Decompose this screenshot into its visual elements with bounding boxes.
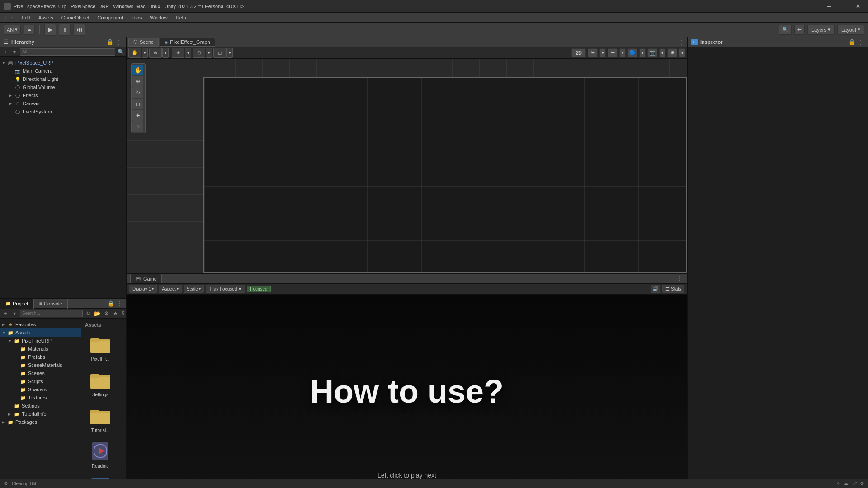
tree-item-eventsystem[interactable]: ◯ EventSystem bbox=[0, 108, 126, 116]
stats-button[interactable]: ☰ Stats bbox=[662, 285, 684, 293]
menu-item-jobs[interactable]: Jobs bbox=[127, 14, 145, 21]
close-button[interactable]: ✕ bbox=[852, 2, 864, 11]
tool-lighting[interactable]: ☀ bbox=[588, 48, 598, 57]
tree-item-canvas[interactable]: ▶ ◻ Canvas bbox=[0, 99, 126, 108]
hierarchy-lock-icon[interactable]: 🔒 bbox=[106, 38, 113, 46]
tool-dropdown-1[interactable]: ▾ bbox=[142, 48, 148, 58]
menu-item-gameobject[interactable]: GameObject bbox=[58, 14, 93, 21]
tool-snap[interactable]: ⊡ bbox=[193, 48, 205, 58]
tree-item-scripts[interactable]: 📁 Scripts bbox=[0, 377, 81, 385]
aspect-dropdown[interactable]: Aspect ▾ bbox=[159, 285, 182, 293]
minimize-button[interactable]: ─ bbox=[823, 2, 835, 11]
play-focused-button[interactable]: Play Focused ▾ bbox=[206, 285, 245, 293]
display-dropdown[interactable]: Display 1 ▾ bbox=[129, 285, 157, 293]
scale-control[interactable]: Scale ▾ bbox=[184, 285, 204, 293]
project-lock-icon[interactable]: 🔒 bbox=[107, 300, 114, 307]
tool-pivot[interactable]: ⊕ bbox=[149, 48, 162, 58]
menu-item-file[interactable]: File bbox=[2, 14, 17, 21]
tool-effects-dropdown[interactable]: ▾ bbox=[639, 48, 646, 57]
project-star-icon[interactable]: ★ bbox=[112, 310, 119, 317]
menu-item-window[interactable]: Window bbox=[146, 14, 171, 21]
project-dropdown-icon[interactable]: ▾ bbox=[11, 310, 18, 317]
tool-dropdown-5[interactable]: ▾ bbox=[226, 48, 233, 58]
tree-item-prefabs[interactable]: 📁 Prefabs bbox=[0, 353, 81, 361]
tree-item-light[interactable]: 💡 Directional Light bbox=[0, 75, 126, 83]
tool-lighting-dropdown[interactable]: ▾ bbox=[599, 48, 606, 57]
cloud-button[interactable]: ☁ bbox=[24, 25, 35, 35]
scene-view[interactable]: ✋ ⊕ ↻ ◻ ✚ ⊛ bbox=[127, 59, 687, 273]
tool-effects[interactable]: 🔵 bbox=[627, 48, 637, 57]
palette-rect-btn[interactable]: ◻ bbox=[132, 99, 143, 109]
tree-item-textures[interactable]: 📁 Textures bbox=[0, 394, 81, 402]
tree-item-favorites[interactable]: ▶ ★ Favorites bbox=[0, 320, 81, 328]
layers-button[interactable]: Layers ▾ bbox=[807, 25, 835, 35]
step-button[interactable]: ⏭ bbox=[73, 24, 85, 36]
collab-button[interactable]: ↩ bbox=[794, 25, 805, 35]
tree-item-scenematerials[interactable]: 📁 SceneMaterials bbox=[0, 361, 81, 369]
inspector-lock-icon[interactable]: 🔒 bbox=[848, 38, 855, 46]
asset-pixelfire[interactable]: PixelFir... bbox=[85, 331, 116, 363]
tool-audio[interactable]: ⬅ bbox=[608, 48, 618, 57]
project-refresh-icon[interactable]: ↻ bbox=[85, 310, 92, 317]
tree-item-effects[interactable]: ▶ ◯ Effects bbox=[0, 91, 126, 99]
menu-item-assets[interactable]: Assets bbox=[35, 14, 57, 21]
tree-item-camera[interactable]: 📷 Main Camera bbox=[0, 67, 126, 75]
hierarchy-menu-icon[interactable]: ⋮ bbox=[115, 38, 123, 46]
tool-dropdown-2[interactable]: ▾ bbox=[162, 48, 169, 58]
project-filter-icon[interactable]: ⚙ bbox=[103, 310, 110, 317]
inspector-menu-icon[interactable]: ⋮ bbox=[857, 38, 864, 46]
palette-scale-btn[interactable]: ↻ bbox=[132, 87, 143, 98]
tree-item-scenes[interactable]: 📁 Scenes bbox=[0, 369, 81, 377]
tree-item-volume[interactable]: ◯ Global Volume bbox=[0, 83, 126, 91]
tool-move-gizmo[interactable]: ⊕ bbox=[172, 48, 184, 58]
tab-console[interactable]: ≡ Console bbox=[34, 299, 68, 309]
tool-dropdown-3[interactable]: ▾ bbox=[185, 48, 191, 58]
hierarchy-search-input[interactable] bbox=[20, 48, 115, 56]
palette-move-btn[interactable]: ✋ bbox=[132, 65, 143, 75]
tool-render[interactable]: ◻ bbox=[213, 48, 226, 58]
tool-scene-cam-dropdown[interactable]: ▾ bbox=[659, 48, 665, 57]
menu-item-component[interactable]: Component bbox=[94, 14, 127, 21]
palette-custom-btn[interactable]: ⊛ bbox=[132, 121, 143, 132]
scene-tab-menu-icon[interactable]: ⋮ bbox=[678, 38, 685, 46]
tool-2d[interactable]: 2D bbox=[571, 48, 586, 57]
asset-settings[interactable]: Settings bbox=[85, 367, 116, 399]
hierarchy-add-icon[interactable]: + bbox=[2, 48, 9, 56]
tool-gizmos-dropdown[interactable]: ▾ bbox=[679, 48, 685, 57]
tree-item-materials[interactable]: 📁 Materials bbox=[0, 345, 81, 353]
pause-button[interactable]: ⏸ bbox=[59, 24, 71, 36]
menu-item-edit[interactable]: Edit bbox=[18, 14, 34, 21]
menu-item-help[interactable]: Help bbox=[172, 14, 190, 21]
tab-project[interactable]: 📁 Project bbox=[0, 299, 34, 309]
tree-item-packages[interactable]: ▶ 📁 Packages bbox=[0, 418, 81, 426]
layout-button[interactable]: Layout ▾ bbox=[837, 25, 864, 35]
tree-item-pixelspace[interactable]: ▼ 🎮 PixelSpace_URP bbox=[0, 59, 126, 67]
tab-game[interactable]: 🎮 Game bbox=[130, 274, 162, 283]
search-button[interactable]: 🔍 bbox=[779, 25, 792, 35]
project-add-icon[interactable]: + bbox=[2, 310, 9, 317]
tab-pixeleffect[interactable]: ◈ PixelEffect_Graph bbox=[160, 38, 215, 47]
project-search-input[interactable] bbox=[20, 310, 83, 317]
tool-hand[interactable]: ✋ bbox=[128, 48, 141, 58]
palette-rotate-btn[interactable]: ⊕ bbox=[132, 76, 143, 87]
palette-transform-btn[interactable]: ✚ bbox=[132, 110, 143, 121]
tree-item-settings-folder[interactable]: 📁 Settings bbox=[0, 402, 81, 410]
tool-dropdown-4[interactable]: ▾ bbox=[206, 48, 212, 58]
tab-scene[interactable]: ⬡ Scene bbox=[128, 38, 159, 47]
game-view[interactable]: How to use? Left click to play next bbox=[127, 295, 687, 488]
tool-audio-dropdown[interactable]: ▾ bbox=[619, 48, 626, 57]
project-menu-icon[interactable]: ⋮ bbox=[116, 300, 123, 307]
asset-tutorial[interactable]: Tutorial... bbox=[85, 403, 116, 435]
hierarchy-dropdown-icon[interactable]: ▾ bbox=[11, 48, 18, 56]
tree-item-shaders[interactable]: 📁 Shaders bbox=[0, 385, 81, 394]
tree-item-assets[interactable]: ▼ 📁 Assets bbox=[0, 328, 81, 337]
game-tab-menu-icon[interactable]: ⋮ bbox=[676, 275, 684, 282]
tree-item-pixelfireurp[interactable]: ▼ 📁 PixelFireURP bbox=[0, 337, 81, 345]
hierarchy-search-icon[interactable]: 🔍 bbox=[117, 48, 124, 56]
play-button[interactable]: ▶ bbox=[44, 24, 56, 36]
account-button[interactable]: AN ▾ bbox=[4, 25, 21, 35]
tool-gizmos[interactable]: ⊕ bbox=[667, 48, 677, 57]
asset-readme[interactable]: Readme bbox=[85, 438, 116, 470]
project-reveal-icon[interactable]: 📂 bbox=[94, 310, 101, 317]
tool-scene-cam[interactable]: 📷 bbox=[647, 48, 657, 57]
